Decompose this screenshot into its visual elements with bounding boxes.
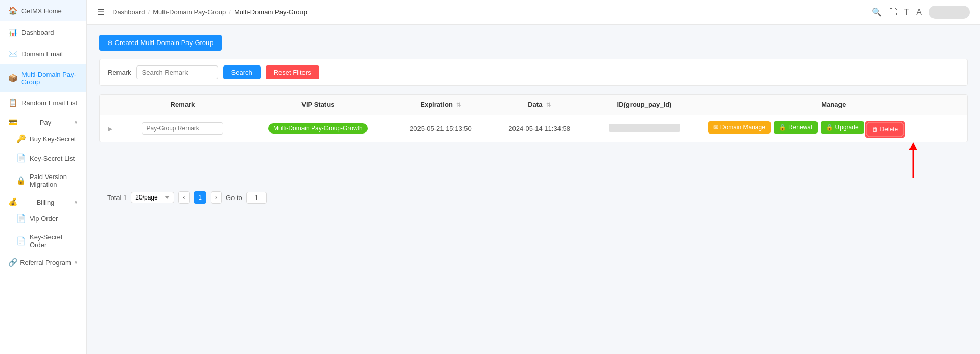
sidebar-item-key-secret-list[interactable]: 📄 Key-Secret List [0,148,86,168]
sidebar-item-buy-key-secret[interactable]: 🔑 Buy Key-Secret [0,129,86,148]
red-upward-arrow-svg [907,142,919,183]
sidebar-section-pay[interactable]: 💳 Pay ∧ [0,114,86,129]
breadcrumb-dashboard[interactable]: Dashboard [112,8,145,16]
multi-domain-icon: 📦 [8,74,17,83]
col-expand [100,95,121,115]
pagination-total: Total 1 [107,194,127,202]
sidebar-item-key-secret-order[interactable]: 📄 Key-Secret Order [0,228,86,254]
sidebar-item-paid-version[interactable]: 🔒 Paid Version Migration [0,168,86,193]
home-icon: 🏠 [8,6,17,15]
sidebar: 🏠 GetMX Home 📊 Dashboard ✉️ Domain Email… [0,0,87,354]
col-vip-status: VIP Status [245,95,391,115]
table-row: ▶ Multi-Domain Pay-Group-Growth 2025-05-… [100,115,967,142]
sidebar-billing-label: Billing [37,198,55,206]
row-remark-cell [121,115,245,142]
renewal-button[interactable]: 🔒 Renewal [774,121,818,134]
referral-collapse-icon: ∧ [74,259,78,266]
expiration-sort-icon[interactable]: ⇅ [456,102,461,108]
row-id-cell [589,115,700,142]
row-expiration-cell: 2025-05-21 15:13:50 [391,115,490,142]
sidebar-item-dashboard[interactable]: 📊 Dashboard [0,21,86,43]
row-expand-cell: ▶ [100,115,121,142]
col-id: ID(group_pay_id) [589,95,700,115]
vip-order-icon: 📄 [16,214,26,223]
sidebar-item-multi-domain-label: Multi-Domain Pay-Group [21,71,78,86]
email-icon: ✉️ [8,49,17,58]
sidebar-section-billing[interactable]: 💰 Billing ∧ [0,193,86,209]
search-remark-input[interactable] [136,65,218,79]
breadcrumb-sep-1: / [148,8,150,16]
sidebar-item-multi-domain[interactable]: 📦 Multi-Domain Pay-Group [0,64,86,92]
dashboard-icon: 📊 [8,28,17,37]
col-manage: Manage [700,95,967,115]
sidebar-item-home[interactable]: 🏠 GetMX Home [0,0,86,21]
billing-icon: 💰 [8,197,17,207]
sidebar-item-vip-order[interactable]: 📄 Vip Order [0,209,86,228]
key-icon: 🔑 [16,134,26,143]
pay-icon: 💳 [8,118,17,127]
red-arrow-annotation [907,142,919,183]
col-data: Data ⇅ [490,95,589,115]
row-vip-cell: Multi-Domain Pay-Group-Growth [245,115,391,142]
breadcrumb-sep-2: / [229,8,231,16]
delete-icon: 🗑 [872,126,878,133]
next-page-button[interactable]: › [211,191,222,204]
table-container: Remark VIP Status Expiration ⇅ Data ⇅ ID… [99,94,968,142]
referral-icon: 🔗 [8,258,17,267]
sidebar-key-secret-order-label: Key-Secret Order [30,233,78,249]
sidebar-item-domain-email[interactable]: ✉️ Domain Email [0,43,86,64]
col-expiration: Expiration ⇅ [391,95,490,115]
id-blurred-value [609,124,680,132]
search-icon[interactable]: 🔍 [872,7,882,17]
search-button[interactable]: Search [223,65,261,79]
page-content: ⊕ Created Multi-Domain Pay-Group Remark … [87,25,980,354]
breadcrumb-multi-domain[interactable]: Multi-Domain Pay-Group [153,8,226,16]
random-email-icon: 📋 [8,98,17,107]
sidebar-referral-label: Referral Program [20,259,71,267]
billing-collapse-icon: ∧ [74,198,78,206]
header: ☰ Dashboard / Multi-Domain Pay-Group / M… [87,0,980,25]
expand-arrow-icon[interactable]: ▶ [108,125,112,132]
pay-collapse-icon: ∧ [74,119,78,126]
sidebar-section-referral[interactable]: 🔗 Referral Program ∧ [0,254,86,269]
main-content: ☰ Dashboard / Multi-Domain Pay-Group / M… [87,0,980,354]
sidebar-item-domain-email-label: Domain Email [21,50,63,58]
user-avatar[interactable] [929,6,970,19]
filter-bar: Remark Search Reset Filters [99,59,968,86]
domain-manage-button[interactable]: ✉ Domain Manage [708,121,771,134]
accessibility-icon[interactable]: A [916,8,922,17]
delete-button[interactable]: 🗑 Delete [867,123,903,136]
text-icon[interactable]: T [904,8,909,17]
row-manage-cell: ✉ Domain Manage 🔒 Renewal 🔒 [700,115,967,142]
sidebar-item-random-email-label: Random Email List [21,99,77,107]
breadcrumb-current: Multi-Domain Pay-Group [234,8,307,16]
header-left: ☰ Dashboard / Multi-Domain Pay-Group / M… [97,7,307,17]
sidebar-item-random-email[interactable]: 📋 Random Email List [0,92,86,114]
sidebar-paid-version-label: Paid Version Migration [30,173,78,188]
breadcrumb: Dashboard / Multi-Domain Pay-Group / Mul… [112,8,307,16]
prev-page-button[interactable]: ‹ [178,191,190,204]
sidebar-item-dashboard-label: Dashboard [21,29,54,36]
row-data-cell: 2024-05-14 11:34:58 [490,115,589,142]
sidebar-vip-order-label: Vip Order [30,215,58,223]
row-remark-input[interactable] [142,122,223,135]
menu-toggle-icon[interactable]: ☰ [97,7,104,17]
fullscreen-icon[interactable]: ⛶ [889,8,897,17]
col-remark: Remark [121,95,245,115]
annotation-arrow-container [99,142,968,183]
list-icon: 📄 [16,153,26,163]
reset-filters-button[interactable]: Reset Filters [266,65,319,79]
delete-highlight-wrapper: 🗑 Delete [867,123,903,136]
vip-status-badge: Multi-Domain Pay-Group-Growth [268,123,368,134]
data-table: Remark VIP Status Expiration ⇅ Data ⇅ ID… [100,95,967,142]
create-multi-domain-button[interactable]: ⊕ Created Multi-Domain Pay-Group [99,35,222,51]
page-1-button[interactable]: 1 [194,191,206,204]
filter-remark-label: Remark [108,69,131,76]
svg-marker-1 [909,142,917,150]
upgrade-button[interactable]: 🔒 Upgrade [821,121,864,134]
goto-page-input[interactable] [246,192,267,204]
data-sort-icon[interactable]: ⇅ [546,102,551,108]
lock-icon: 🔒 [16,176,26,185]
per-page-select[interactable]: 20/page 50/page 100/page [131,192,174,203]
action-buttons: ✉ Domain Manage 🔒 Renewal 🔒 [708,121,959,136]
